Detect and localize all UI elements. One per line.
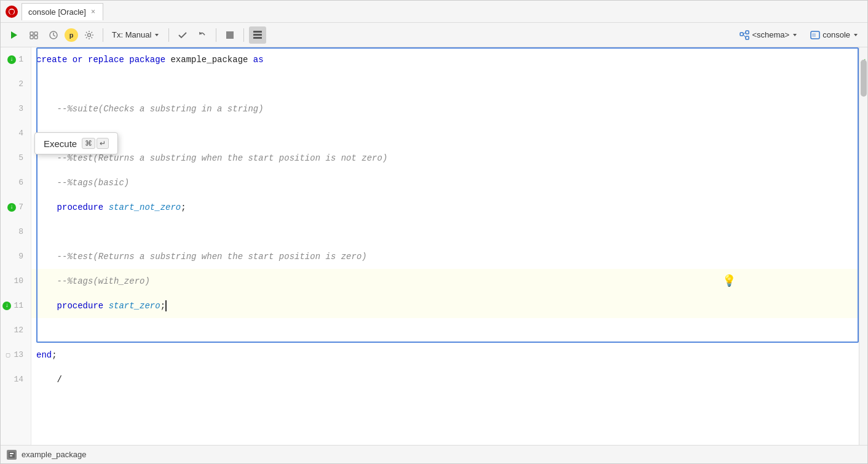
separator-1: [103, 28, 103, 42]
line-num-6: 6: [1, 170, 26, 195]
console-dropdown[interactable]: console: [807, 28, 862, 42]
code-line-13: end;: [31, 343, 859, 367]
code-line-2: [31, 72, 859, 97]
tx-label: Tx: Manual: [112, 30, 151, 39]
svg-marker-1: [11, 31, 17, 39]
lightbulb-icon[interactable]: 💡: [722, 269, 736, 294]
line-num-12: 12: [1, 318, 26, 343]
line-num-3: 3: [1, 97, 26, 121]
svg-rect-13: [740, 33, 743, 36]
line-num-2: 2: [1, 72, 26, 97]
svg-rect-23: [10, 453, 14, 454]
code-line-14: /: [31, 367, 859, 392]
line-num-14: 14: [1, 367, 26, 392]
svg-rect-9: [226, 31, 234, 39]
run-arrow-11: ↓: [2, 302, 11, 310]
code-line-4: [31, 121, 859, 146]
svg-point-7: [88, 33, 91, 36]
grid-button[interactable]: [249, 26, 266, 44]
line-num-10: 10: [1, 269, 26, 294]
line-num-5: 5: [1, 146, 26, 170]
svg-rect-5: [34, 36, 37, 39]
code-line-1: create or replace package example_packag…: [31, 47, 859, 72]
svg-rect-20: [812, 33, 816, 37]
line-num-9: 9: [1, 244, 26, 269]
scrollbar-thumb[interactable]: [861, 60, 867, 97]
svg-rect-24: [10, 455, 12, 457]
svg-rect-15: [746, 36, 749, 39]
editor-wrapper: ↓ 1 2 3 4: [1, 47, 867, 445]
code-line-10: --%tags(with_zero) 💡: [31, 269, 859, 294]
line-num-13: ▢ 13: [1, 343, 26, 367]
code-lines-container[interactable]: create or replace package example_packag…: [31, 47, 859, 445]
title-bar: console [Oracle] ×: [1, 1, 867, 23]
toolbar: p Tx: Manual: [1, 23, 867, 47]
run-arrow-7: ↓: [7, 203, 16, 212]
svg-rect-10: [253, 31, 262, 33]
code-line-8: [31, 220, 859, 244]
debug-button[interactable]: [25, 26, 42, 44]
code-editor[interactable]: ↓ 1 2 3 4: [1, 47, 867, 445]
line-num-8: 8: [1, 220, 26, 244]
history-button[interactable]: [45, 26, 62, 44]
tx-manual-dropdown[interactable]: Tx: Manual: [108, 28, 164, 42]
settings-button[interactable]: [81, 26, 98, 44]
run-arrow-1: ↓: [7, 55, 16, 64]
stop-button[interactable]: [221, 26, 239, 44]
svg-rect-14: [746, 31, 749, 34]
code-line-3: --%suite(Checks a substring in a string): [31, 97, 859, 121]
main-window: console [Oracle] × p Tx: Manual: [0, 0, 868, 464]
tab-title: console [Oracle]: [28, 7, 86, 17]
text-cursor: [165, 300, 167, 311]
code-line-5: --%test(Returns a substring when the sta…: [31, 146, 859, 170]
svg-rect-4: [30, 36, 33, 39]
console-tab[interactable]: console [Oracle] ×: [22, 3, 103, 20]
package-icon: [7, 450, 17, 460]
code-content: ↓ 1 2 3 4: [1, 47, 867, 445]
svg-line-17: [743, 34, 746, 38]
svg-rect-3: [34, 32, 37, 35]
line-num-11: ↓ 11: [1, 294, 26, 318]
shortcut-badge: ⌘ ↵: [82, 138, 109, 149]
svg-rect-11: [253, 34, 262, 36]
tooltip-label: Execute: [44, 138, 77, 149]
separator-3: [216, 28, 216, 42]
console-label: console: [823, 30, 850, 39]
run-button[interactable]: [6, 26, 23, 44]
status-bar: example_package: [1, 445, 867, 463]
code-line-12: [31, 318, 859, 343]
svg-marker-18: [793, 34, 797, 36]
line-num-1: ↓ 1: [1, 47, 26, 72]
code-line-9: --%test(Returns a substring when the sta…: [31, 244, 859, 269]
code-line-7: procedure start_not_zero;: [31, 195, 859, 220]
commit-button[interactable]: [174, 26, 191, 44]
code-line-11: procedure start_zero;: [31, 294, 859, 318]
schema-label: <schema>: [752, 30, 789, 39]
toolbar-right: <schema> console: [736, 28, 862, 42]
svg-rect-12: [253, 37, 262, 39]
schema-dropdown[interactable]: <schema>: [736, 28, 802, 42]
code-line-6: --%tags(basic): [31, 170, 859, 195]
svg-marker-8: [155, 34, 159, 36]
separator-4: [243, 28, 244, 42]
separator-2: [168, 28, 169, 42]
vertical-scrollbar[interactable]: ✓: [859, 47, 867, 445]
line-numbers: ↓ 1 2 3 4: [1, 47, 31, 445]
rollback-button[interactable]: [194, 26, 211, 44]
profile-button[interactable]: p: [65, 28, 78, 42]
collapse-icon-13: ▢: [6, 343, 10, 367]
line-num-7: ↓ 7: [1, 195, 26, 220]
app-logo: [6, 6, 18, 18]
svg-rect-22: [9, 452, 15, 458]
svg-marker-21: [854, 34, 858, 36]
tab-close-button[interactable]: ×: [90, 7, 97, 16]
execute-tooltip: Execute ⌘ ↵: [34, 132, 118, 154]
package-name: example_package: [22, 450, 87, 459]
svg-rect-2: [30, 32, 33, 35]
line-num-4: 4: [1, 121, 26, 146]
